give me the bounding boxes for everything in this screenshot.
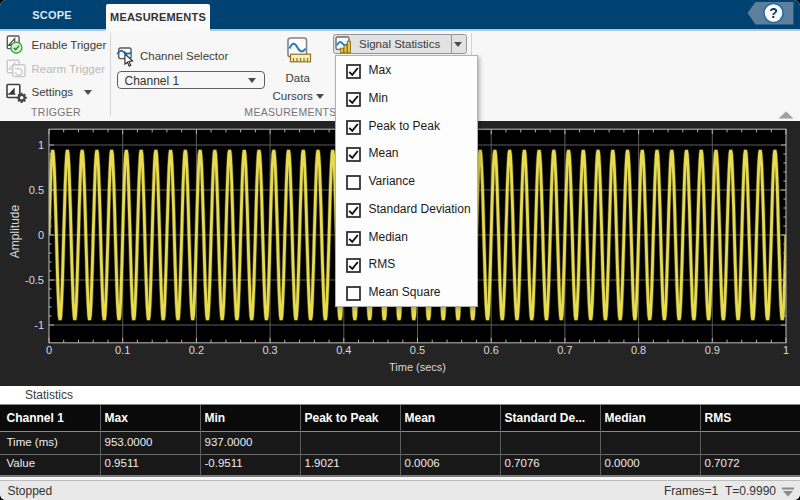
svg-text:0.7: 0.7	[557, 344, 572, 356]
svg-text:0: 0	[38, 229, 44, 241]
svg-text:0.9: 0.9	[705, 344, 720, 356]
svg-text:0.6: 0.6	[484, 344, 499, 356]
svg-text:Time (secs): Time (secs)	[389, 360, 446, 372]
svg-text:0.2: 0.2	[189, 344, 204, 356]
svg-text:-0.5: -0.5	[25, 274, 44, 286]
svg-text:0: 0	[46, 344, 52, 356]
svg-text:1: 1	[783, 344, 789, 356]
svg-text:Amplitude: Amplitude	[8, 204, 22, 258]
svg-text:0.8: 0.8	[631, 344, 646, 356]
svg-text:0.1: 0.1	[115, 344, 130, 356]
svg-text:0.5: 0.5	[410, 344, 425, 356]
svg-text:-1: -1	[34, 319, 44, 331]
svg-text:0.3: 0.3	[262, 344, 277, 356]
svg-text:1: 1	[38, 139, 44, 151]
svg-text:0.4: 0.4	[336, 344, 351, 356]
svg-text:?: ?	[769, 5, 778, 21]
svg-text:0.5: 0.5	[29, 184, 44, 196]
